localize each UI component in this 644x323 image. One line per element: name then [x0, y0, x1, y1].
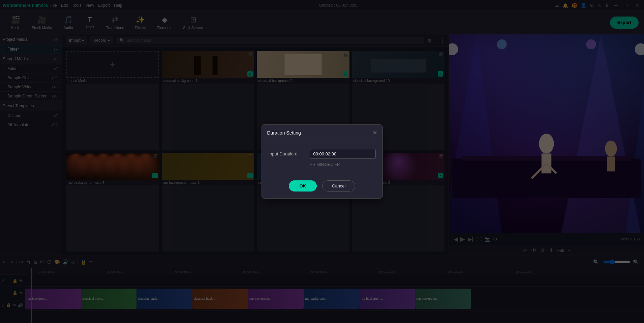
- duration-hint: HR:MIN:SEC:FR: [310, 162, 376, 167]
- dialog-close-button[interactable]: ✕: [373, 129, 377, 136]
- duration-dialog: Duration Setting ✕ Input Duration: HR:MI…: [262, 124, 383, 199]
- dialog-body: Input Duration: HR:MIN:SEC:FR: [262, 141, 382, 175]
- duration-input[interactable]: [310, 149, 376, 159]
- input-duration-label: Input Duration:: [269, 151, 306, 156]
- dialog-title-bar: Duration Setting ✕: [262, 125, 382, 141]
- dialog-footer: OK Cancel: [262, 175, 382, 198]
- dialog-title: Duration Setting: [267, 130, 301, 136]
- dialog-cancel-button[interactable]: Cancel: [322, 180, 355, 192]
- dialog-ok-button[interactable]: OK: [289, 180, 317, 192]
- dialog-input-row: Input Duration:: [269, 149, 376, 159]
- dialog-overlay: Duration Setting ✕ Input Duration: HR:MI…: [0, 0, 644, 323]
